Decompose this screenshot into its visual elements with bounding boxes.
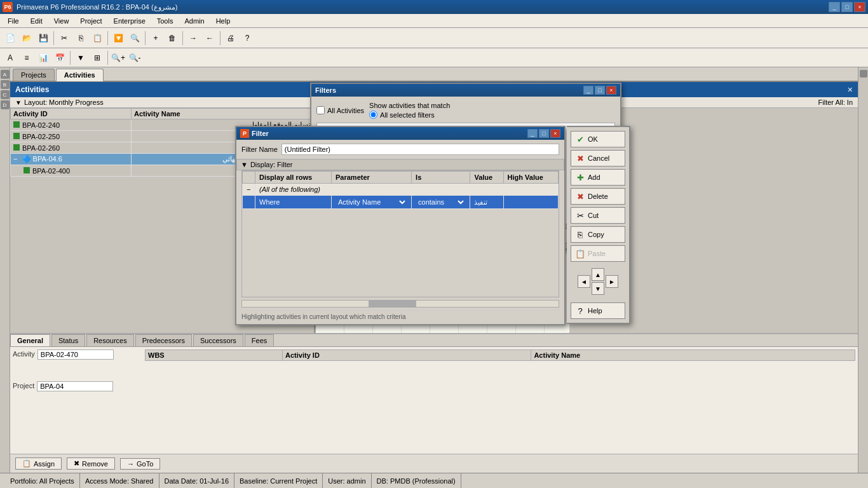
toolbar-delete[interactable]: 🗑	[165, 30, 180, 46]
activity-input[interactable]	[37, 349, 114, 360]
sub-table: WBS Activity ID Activity Name	[145, 349, 855, 361]
tab-general[interactable]: General	[10, 334, 50, 346]
filters-maximize-button[interactable]: □	[595, 86, 605, 95]
toolbar2-btn4[interactable]: 📅	[52, 50, 67, 65]
activity-label: Activity	[13, 350, 35, 358]
toolbar-save[interactable]: 💾	[36, 30, 51, 46]
menu-edit[interactable]: Edit	[25, 16, 48, 26]
filter-dialog[interactable]: P Filter _ □ × Filter Name ▼ Display: Fi…	[235, 126, 566, 325]
sub-col-activity-id: Activity ID	[283, 350, 531, 361]
filter-note: Highlighting activities in current layou…	[236, 310, 564, 324]
left-sidebar: A B C D	[0, 67, 10, 473]
toolbar2-zoom-in[interactable]: 🔍+	[111, 50, 126, 65]
toolbar-help[interactable]: ?	[240, 30, 255, 46]
filter-maximize-button[interactable]: □	[539, 129, 549, 138]
tab-projects[interactable]: Projects	[13, 69, 55, 81]
maximize-button[interactable]: □	[841, 2, 853, 12]
filter-dialog-titlebar: P Filter _ □ ×	[236, 127, 564, 140]
filter-dialog-app-icon: P	[240, 129, 249, 138]
menu-admin[interactable]: Admin	[179, 16, 209, 26]
filter-group-row[interactable]: − (All of the following)	[243, 184, 559, 196]
all-selected-label: All selected filters	[380, 111, 435, 119]
tab-resources[interactable]: Resources	[86, 334, 134, 346]
minimize-button[interactable]: _	[829, 2, 840, 12]
toolbar2-btn2[interactable]: ≡	[19, 50, 34, 65]
toolbar2-filter[interactable]: ▼	[73, 50, 88, 65]
bottom-tabs: General Status Resources Predecessors Su…	[10, 334, 858, 347]
toolbar-cut[interactable]: ✂	[57, 30, 72, 46]
toolbar-search[interactable]: 🔍	[127, 30, 142, 46]
remove-icon: ✖	[74, 459, 79, 468]
filters-close-button[interactable]: ×	[606, 86, 616, 95]
all-activities-checkbox-label[interactable]: All Activities	[316, 106, 364, 114]
filter-dialog-controls: _ □ ×	[527, 129, 560, 138]
col-activity-name: Activity Name	[131, 109, 313, 119]
all-selected-radio[interactable]	[369, 111, 377, 119]
toolbar-new[interactable]: 📄	[3, 30, 18, 46]
sidebar-icon-1[interactable]: A	[1, 70, 10, 79]
col-parameter: Parameter	[332, 172, 412, 184]
menu-file[interactable]: File	[3, 16, 24, 26]
col-display-all: Display all rows	[255, 172, 332, 184]
close-button[interactable]: ×	[854, 2, 865, 12]
menu-enterprise[interactable]: Enterprise	[109, 16, 151, 26]
filter-minimize-button[interactable]: _	[527, 129, 538, 138]
app-title: Primavera P6 Professional R16.2 : BPA-04…	[17, 3, 177, 11]
condition-param: Activity Name	[332, 196, 412, 209]
condition-where: Where	[255, 196, 332, 209]
toolbar-print[interactable]: 🖨	[223, 30, 238, 46]
toolbar2-btn1[interactable]: A	[3, 50, 18, 65]
menu-project[interactable]: Project	[75, 16, 107, 26]
tab-fees[interactable]: Fees	[245, 334, 274, 346]
scroll-thumb	[369, 301, 416, 307]
is-select[interactable]: contains	[416, 198, 466, 207]
sidebar-icon-3[interactable]: C	[1, 90, 10, 99]
sidebar-icon-4[interactable]: D	[1, 100, 10, 109]
goto-button[interactable]: → GoTo	[120, 458, 160, 470]
toolbar-copy[interactable]: ⎘	[73, 30, 88, 46]
toolbar-add-activity[interactable]: +	[148, 30, 163, 46]
filters-dialog-titlebar: Filters _ □ ×	[311, 84, 620, 97]
menu-tools[interactable]: Tools	[152, 16, 179, 26]
activity-bar	[13, 121, 20, 128]
condition-empty	[243, 196, 255, 209]
activities-close-button[interactable]: ×	[848, 85, 853, 95]
all-selected-radio-label[interactable]: All selected filters	[369, 111, 450, 119]
toolbar2-zoom-out[interactable]: 🔍-	[127, 50, 142, 65]
goto-icon: →	[127, 460, 134, 468]
status-db: DB: PMDB (Professional)	[372, 473, 461, 488]
filter-name-row: Filter Name	[236, 140, 564, 159]
toolbar-open[interactable]: 📂	[19, 30, 34, 46]
remove-button[interactable]: ✖ Remove	[67, 458, 115, 470]
filter-section-header[interactable]: ▼ Display: Filter	[236, 159, 564, 170]
filter-name-input[interactable]	[281, 144, 559, 155]
toolbar2-btn3[interactable]: 📊	[36, 50, 51, 65]
param-select[interactable]: Activity Name	[336, 198, 407, 207]
all-activities-checkbox[interactable]	[316, 106, 325, 114]
tab-predecessors[interactable]: Predecessors	[135, 334, 192, 346]
filter-grid-area[interactable]: Display all rows Parameter Is Value High…	[241, 170, 559, 297]
toolbar-outdent[interactable]: ←	[202, 30, 217, 46]
toolbar-main: 📄 📂 💾 ✂ ⎘ 📋 🔽 🔍 + 🗑 → ← 🖨 ?	[0, 28, 868, 48]
sidebar-icon-2[interactable]: B	[1, 80, 10, 89]
menu-view[interactable]: View	[49, 16, 74, 26]
tab-status[interactable]: Status	[51, 334, 85, 346]
filter-horizontal-scrollbar[interactable]	[241, 300, 559, 308]
match-radio-group: Show activities that match All selected …	[369, 102, 450, 119]
tab-activities[interactable]: Activities	[56, 69, 104, 81]
toolbar-paste[interactable]: 📋	[90, 30, 105, 46]
filters-dialog-controls: _ □ ×	[583, 86, 616, 95]
toolbar2-group[interactable]: ⊞	[90, 50, 105, 65]
filter-condition-row[interactable]: Where Activity Name contains	[243, 196, 559, 209]
menu-help[interactable]: Help	[211, 16, 236, 26]
layout-expand-icon[interactable]: ▼	[15, 99, 22, 106]
filter-close-button[interactable]: ×	[550, 129, 560, 138]
project-input[interactable]	[37, 381, 113, 391]
toolbar-filter[interactable]: 🔽	[111, 30, 126, 46]
cancel-icon: ✖	[573, 231, 580, 241]
filters-cancel-button[interactable]: ✖ Cancel	[562, 228, 615, 243]
toolbar-indent[interactable]: →	[186, 30, 201, 46]
tab-successors[interactable]: Successors	[193, 334, 243, 346]
filters-minimize-button[interactable]: _	[583, 86, 593, 95]
assign-button[interactable]: 📋 Assign	[15, 458, 62, 470]
